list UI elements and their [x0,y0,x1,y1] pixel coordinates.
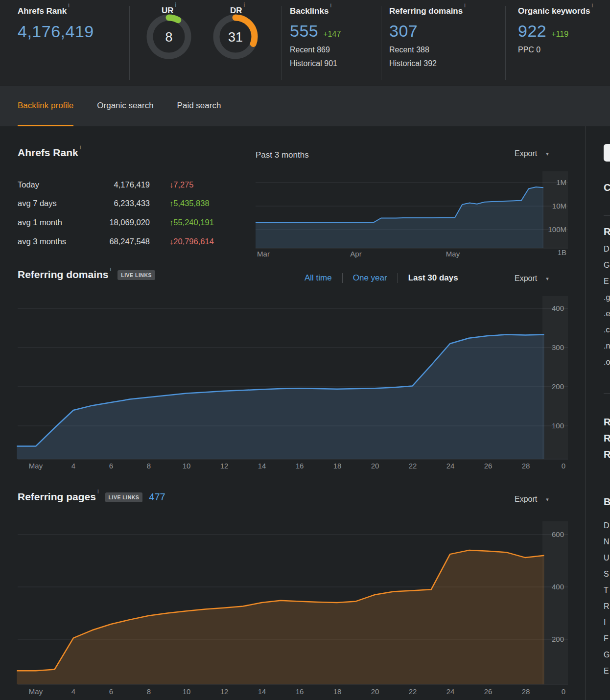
card-organic-keywords: Organic keywordsi 922 +119 PPC 0 [518,5,593,54]
sidebar-item-clipped[interactable]: D [604,521,610,530]
sidebar-item-clipped[interactable]: S [604,570,609,579]
rank-row-label: avg 7 days [18,199,82,208]
overview-stats-bar: Ahrefs Ranki 4,176,419 URi 8 DRi 31 Back… [0,0,610,86]
referring-domains-value: 307 [389,22,418,41]
card-backlinks: Backlinksi 555 +147 Recent 869 Historica… [290,5,341,68]
export-referring-domains-button[interactable]: Export ▾ [515,274,549,283]
sidebar-item-clipped[interactable]: C [604,182,610,193]
info-icon[interactable]: i [110,266,112,273]
svg-text:24: 24 [446,462,455,470]
svg-text:12: 12 [220,687,229,696]
sidebar-item-clipped[interactable]: E [604,277,609,286]
svg-text:200: 200 [552,635,564,643]
sidebar-item-clipped[interactable]: R [604,602,610,611]
rank-row-delta: ↑55,240,191 [169,218,214,227]
sidebar-item-clipped[interactable]: D [604,245,610,254]
ur-gauge: 8 [145,13,192,60]
rank-row-delta: ↑5,435,838 [169,199,210,208]
svg-text:600: 600 [552,530,564,538]
sidebar-item-clipped[interactable]: G [604,261,610,270]
range-last-30-days[interactable]: Last 30 days [408,273,458,283]
tab-organic-search[interactable]: Organic search [97,86,153,126]
svg-text:10M: 10M [552,202,566,210]
info-icon[interactable]: i [464,2,466,9]
caret-down-icon: ▾ [546,276,549,282]
export-rank-button[interactable]: Export ▾ [515,149,549,158]
sidebar-item-clipped[interactable]: R [604,226,610,237]
info-icon[interactable]: i [591,2,593,9]
ahrefs-rank-chart[interactable]: 1M10M100M1BMarAprMay [250,168,586,261]
rank-row-label: Today [18,180,82,189]
rank-row-value: 6,233,433 [82,199,150,208]
svg-text:6: 6 [109,462,113,470]
svg-text:1B: 1B [558,248,566,257]
cut-off-button[interactable] [604,144,610,162]
svg-text:28: 28 [522,687,530,696]
sidebar-item-clipped[interactable]: T [604,586,609,595]
sidebar-item-clipped[interactable]: R [604,433,610,444]
sidebar-item-clipped[interactable]: G [604,651,610,659]
period-label: Past 3 months [256,150,309,160]
info-icon[interactable]: i [80,144,81,151]
svg-text:8: 8 [147,462,151,470]
svg-text:8: 8 [147,687,151,696]
svg-text:200: 200 [552,382,564,391]
info-icon[interactable]: i [330,2,331,9]
info-icon[interactable]: i [68,2,70,9]
svg-text:4: 4 [71,462,75,470]
sidebar-item-clipped[interactable]: U [604,554,610,562]
info-icon[interactable]: i [97,488,99,495]
info-icon[interactable]: i [175,1,177,8]
ahrefs-rank-table: Today4,176,419↓7,275avg 7 days6,233,433↑… [18,175,262,251]
svg-text:100: 100 [552,421,564,430]
svg-text:22: 22 [409,687,417,696]
referring-domains-chart[interactable]: 400300200100May468101214161820222426280 [15,294,576,474]
organic-keywords-ppc: PPC 0 [518,46,593,54]
sidebar-item-clipped[interactable]: .n [604,342,610,350]
svg-text:26: 26 [484,687,493,696]
sidebar-item-clipped[interactable]: I [604,618,606,627]
svg-text:May: May [446,250,460,258]
sidebar-item-clipped[interactable]: R [604,417,610,428]
svg-text:Apr: Apr [350,250,361,258]
tab-paid-search[interactable]: Paid search [177,86,221,126]
divider [604,215,610,216]
svg-text:300: 300 [552,343,564,351]
referring-domains-label: Referring domainsi [389,5,466,16]
svg-text:20: 20 [371,462,379,470]
card-referring-domains: Referring domainsi 307 Recent 388 Histor… [389,5,466,68]
sidebar-item-clipped[interactable]: B [604,496,610,508]
live-links-badge: LIVE LINKS [105,492,143,502]
svg-text:1M: 1M [556,178,566,187]
sidebar-item-clipped[interactable]: .e [604,309,610,318]
rank-row-value: 18,069,020 [82,218,150,227]
referring-domains-section-title: Referring domainsi LIVE LINKS [18,269,155,280]
svg-text:12: 12 [220,462,229,470]
sidebar-item-clipped[interactable]: R [604,449,610,460]
caret-down-icon: ▾ [546,496,549,503]
ahrefs-rank-section-title: Ahrefs Ranki [18,147,81,159]
sidebar-item-clipped[interactable]: .o [604,358,610,367]
backlinks-historical: Historical 901 [290,59,341,68]
range-one-year[interactable]: One year [353,273,387,283]
sidebar-item-clipped[interactable]: F [604,634,609,643]
referring-pages-chart[interactable]: 600400200May468101214161820222426280 [15,519,576,700]
rank-row-value: 68,247,548 [82,237,150,246]
svg-text:26: 26 [484,462,493,470]
range-all-time[interactable]: All time [305,273,332,283]
backlinks-value: 555 [290,22,318,41]
export-referring-pages-button[interactable]: Export ▾ [515,495,549,504]
svg-text:May: May [29,462,43,470]
sidebar-item-clipped[interactable]: .c [604,326,610,334]
right-sidebar-clipped: CRDGE.g.e.c.n.oRRRBDNUSTRIFGE [585,126,610,700]
rank-row: avg 3 months68,247,548↓20,796,614 [18,232,262,251]
svg-text:0: 0 [562,687,565,696]
info-icon[interactable]: i [244,1,245,8]
sidebar-item-clipped[interactable]: E [604,667,609,676]
sidebar-item-clipped[interactable]: .g [604,293,610,302]
tab-backlink-profile[interactable]: Backlink profile [18,86,73,126]
organic-keywords-delta: +119 [551,30,568,39]
svg-text:16: 16 [296,687,304,696]
sidebar-item-clipped[interactable]: N [604,537,610,546]
svg-text:400: 400 [552,304,564,312]
